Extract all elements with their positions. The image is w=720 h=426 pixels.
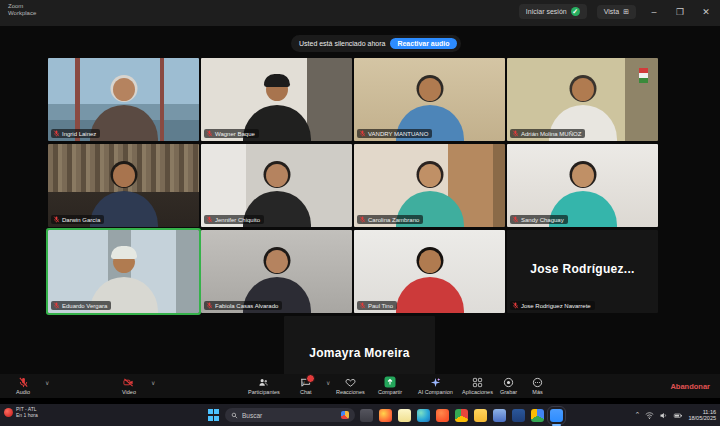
close-button[interactable]: ✕ xyxy=(698,7,714,17)
muted-toast-message: Usted está silenciado ahora xyxy=(299,40,385,47)
signin-label: Iniciar sesión xyxy=(526,8,567,15)
video-button[interactable]: Video xyxy=(122,376,136,395)
participant-tile[interactable]: Fabiola Casas Alvarado xyxy=(201,230,352,313)
participant-tile[interactable]: Eduardo Vergara xyxy=(48,230,199,313)
participant-tile[interactable]: Darwin García xyxy=(48,144,199,227)
participants-icon xyxy=(258,376,269,388)
search-placeholder: Buscar xyxy=(242,412,262,419)
participant-tile[interactable]: Carolina Zambrano xyxy=(354,144,505,227)
reactions-label: Reacciones xyxy=(336,389,365,395)
audio-caret-icon[interactable]: ∨ xyxy=(45,379,49,386)
view-button[interactable]: Vista ⊞ xyxy=(597,5,636,19)
muted-mic-icon xyxy=(53,302,60,309)
video-label: Video xyxy=(122,389,136,395)
widgets-sports-icon xyxy=(4,408,13,417)
file-explorer-icon[interactable] xyxy=(474,409,487,422)
muted-mic-icon xyxy=(206,216,213,223)
battery-icon[interactable] xyxy=(673,411,683,420)
video-gallery: Ingrid LainezWagner BaqueVANDRY MANTUANO… xyxy=(0,26,720,374)
participant-name-label: Paul Tino xyxy=(357,301,397,310)
participants-button[interactable]: Participantes xyxy=(248,376,280,395)
chat-caret-icon[interactable]: ∨ xyxy=(326,379,330,386)
reactions-icon xyxy=(345,376,356,388)
audio-button[interactable]: Audio xyxy=(16,376,30,395)
muted-mic-icon xyxy=(53,130,60,137)
participant-name-label: Sandy Chaguay xyxy=(510,215,568,224)
chat-label: Chat xyxy=(300,389,312,395)
edge-icon[interactable] xyxy=(417,409,430,422)
unmute-button[interactable]: Reactivar audio xyxy=(390,38,456,49)
participant-tile[interactable]: Paul Tino xyxy=(354,230,505,313)
leave-meeting-button[interactable]: Abandonar xyxy=(670,382,710,391)
windows-taskbar: PIT - ATL En 1 hora Buscar ⌃ 11:16 18/05… xyxy=(0,404,720,426)
start-button[interactable] xyxy=(208,409,220,421)
participant-tile[interactable]: Jose Rodríguez...Jose Rodriguez Navarret… xyxy=(507,230,658,313)
drive-icon[interactable] xyxy=(531,409,544,422)
participant-name-label: Wagner Baque xyxy=(204,129,259,138)
participant-name-label: Jose Rodriguez Navarrete xyxy=(510,301,595,310)
apps-button[interactable]: Aplicaciones xyxy=(462,376,493,395)
participant-tile[interactable]: Sandy Chaguay xyxy=(507,144,658,227)
maximize-button[interactable]: ❐ xyxy=(672,7,688,17)
firefox-icon[interactable] xyxy=(379,409,392,422)
widgets-button[interactable]: PIT - ATL En 1 hora xyxy=(4,406,38,418)
participant-tile[interactable]: Adrián Molina MUÑOZ xyxy=(507,58,658,141)
search-input[interactable]: Buscar xyxy=(225,408,355,422)
minimize-button[interactable]: – xyxy=(646,7,662,17)
apps-icon xyxy=(472,376,483,388)
tray-date: 18/05/2025 xyxy=(688,415,716,422)
participant-video xyxy=(396,277,464,313)
participant-name: Carolina Zambrano xyxy=(368,217,419,223)
muted-mic-icon xyxy=(512,130,519,137)
view-label: Vista xyxy=(604,8,619,15)
participant-tile[interactable]: VANDRY MANTUANO xyxy=(354,58,505,141)
participant-name: Jennifer Chiquito xyxy=(215,217,260,223)
participant-video xyxy=(266,250,288,273)
video-caret-icon[interactable]: ∨ xyxy=(151,379,155,386)
app-dark-icon[interactable] xyxy=(360,409,373,422)
more-icon xyxy=(532,376,543,388)
volume-icon[interactable] xyxy=(659,411,668,420)
wifi-icon[interactable] xyxy=(645,411,654,420)
taskbar-clock[interactable]: 11:16 18/05/2025 xyxy=(688,409,716,422)
participant-name: Ingrid Lainez xyxy=(62,131,96,137)
share-label: Compartir xyxy=(378,389,402,395)
more-button[interactable]: Más xyxy=(532,376,543,395)
brave-icon[interactable] xyxy=(436,409,449,422)
zoom-icon[interactable] xyxy=(550,409,563,422)
chat-button[interactable]: Chat xyxy=(300,376,312,395)
chrome-icon[interactable] xyxy=(455,409,468,422)
participant-name-label: Ingrid Lainez xyxy=(51,129,100,138)
participant-tile[interactable]: Ingrid Lainez xyxy=(48,58,199,141)
record-label: Grabar xyxy=(500,389,517,395)
verified-check-icon: ✓ xyxy=(571,7,580,16)
ai-label: AI Companion xyxy=(418,389,453,395)
search-icon xyxy=(231,412,238,419)
participant-name: Sandy Chaguay xyxy=(521,217,564,223)
notes-icon[interactable] xyxy=(398,409,411,422)
signin-button[interactable]: Iniciar sesión ✓ xyxy=(519,4,587,19)
muted-mic-icon xyxy=(359,302,366,309)
participant-video xyxy=(419,78,441,101)
participant-name-label: Adrián Molina MUÑOZ xyxy=(510,129,585,138)
participant-display-name: Jose Rodríguez... xyxy=(507,262,658,276)
record-button[interactable]: Grabar xyxy=(500,376,517,395)
search-highlights-icon xyxy=(341,411,349,419)
chat-icon xyxy=(300,376,311,388)
ai-button[interactable]: AI Companion xyxy=(418,376,453,395)
participant-name: Adrián Molina MUÑOZ xyxy=(521,131,581,137)
muted-mic-icon xyxy=(512,302,519,309)
participant-video xyxy=(111,246,137,259)
audio-label: Audio xyxy=(16,389,30,395)
teams-icon[interactable] xyxy=(493,409,506,422)
reactions-button[interactable]: Reacciones xyxy=(336,376,365,395)
share-button[interactable]: Compartir xyxy=(378,376,402,395)
participant-name-label: Carolina Zambrano xyxy=(357,215,423,224)
participant-tile[interactable]: Jennifer Chiquito xyxy=(201,144,352,227)
word-icon[interactable] xyxy=(512,409,525,422)
tray-chevron-icon[interactable]: ⌃ xyxy=(635,411,641,419)
participant-tile[interactable]: Wagner Baque xyxy=(201,58,352,141)
participant-name-label: Jennifer Chiquito xyxy=(204,215,264,224)
zoom-meeting-window: Zoom Workplace Iniciar sesión ✓ Vista ⊞ … xyxy=(0,0,720,426)
participant-video xyxy=(113,164,135,187)
